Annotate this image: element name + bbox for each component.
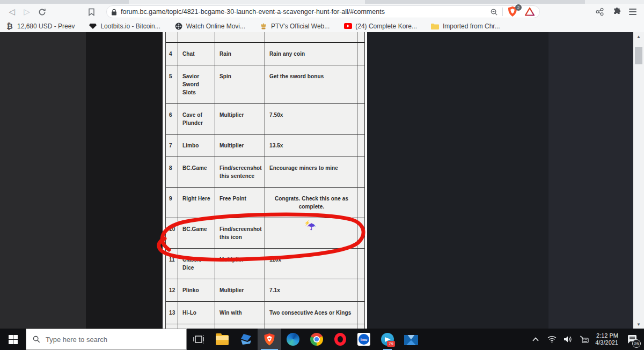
table-row: 6Cave of PlunderMultiplier7.50x <box>166 104 364 135</box>
table-row: 13Hi-LoWin withTwo consecutive Aces or K… <box>166 302 364 324</box>
youtube-icon <box>343 22 352 31</box>
cell-num: 9 <box>166 188 178 218</box>
tab-strip-controls[interactable] <box>585 0 644 4</box>
scroll-up-arrow[interactable]: ▲ <box>633 32 644 41</box>
imo-app-button[interactable]: imo <box>352 329 376 350</box>
cell-name: Cave of Plunder <box>178 104 215 134</box>
cell-desc: Rain any coin <box>265 43 357 65</box>
table-row-highlighted: 9Right HereFree PointCongrats. Check thi… <box>166 188 364 218</box>
cell-desc: Two consecutive Aces or Kings <box>265 302 357 324</box>
telegram-unread-badge: 79 <box>387 341 395 347</box>
scrollbar-thumb[interactable] <box>635 47 642 64</box>
windows-taskbar: Type here to search imo 79 <box>0 329 644 350</box>
tab-strip <box>0 0 644 4</box>
tray-clock[interactable]: 2:12 PM 4/3/2021 <box>595 332 618 346</box>
wifi-icon[interactable] <box>547 334 557 344</box>
cell-name: Chat <box>178 43 215 65</box>
cell-desc: Congrats. Check this one as complete. <box>265 188 357 218</box>
cell-num: 12 <box>166 279 178 301</box>
scavenger-hunt-table: 4ChatRainRain any coin5Savior Sword Slot… <box>165 32 365 334</box>
forward-button[interactable]: ▷ <box>19 5 34 19</box>
bookmark-icon[interactable] <box>84 5 99 19</box>
volume-icon[interactable] <box>563 334 573 344</box>
edge-browser-button[interactable] <box>281 329 305 350</box>
cell-name: BC.Game <box>178 218 215 248</box>
tray-expand-chevron-icon[interactable] <box>531 334 540 344</box>
cell-action: Multiplier <box>215 135 265 157</box>
cell-extra <box>357 135 363 157</box>
page-background-right <box>548 32 633 329</box>
telegram-icon: 79 <box>381 333 394 346</box>
action-center-button[interactable]: 25 <box>625 332 639 346</box>
refresh-button[interactable] <box>34 5 49 19</box>
table-row: 7LimboMultiplier13.5x <box>166 135 364 157</box>
back-button[interactable]: ◁ <box>4 5 19 19</box>
browser-window: ◁ ▷ forum.bc.game/topic/4821-bcgame-30-l… <box>0 0 644 32</box>
cell-extra <box>357 104 363 134</box>
cell-name: Hi-Lo <box>178 302 215 324</box>
bookmarks-bar: ₿ 12,680 USD - Preev Lootbits.io - Bitco… <box>0 20 644 32</box>
lock-icon[interactable] <box>111 9 117 16</box>
blue-app-button[interactable] <box>234 329 258 350</box>
clock-time: 2:12 PM <box>595 332 618 339</box>
brave-icon <box>264 333 275 346</box>
mail-icon <box>404 335 418 345</box>
bookmark-item[interactable]: ₿ 12,680 USD - Preev <box>5 22 75 31</box>
page-content: 4ChatRainRain any coin5Savior Sword Slot… <box>0 32 644 329</box>
chrome-browser-button[interactable] <box>305 329 328 350</box>
start-button[interactable] <box>0 329 26 350</box>
scroll-down-arrow[interactable]: ▼ <box>633 320 644 329</box>
edge-icon <box>287 333 299 346</box>
divider <box>502 8 503 16</box>
bookmark-item[interactable]: Imported from Chr... <box>431 22 500 31</box>
cell-extra <box>357 279 363 301</box>
bookmark-item[interactable]: (24) Complete Kore... <box>343 22 417 31</box>
page-background-gutter <box>86 32 163 329</box>
bitcoin-icon: ₿ <box>5 22 14 31</box>
bookmark-item[interactable]: Lootbits.io - Bitcoin... <box>89 22 160 31</box>
cell-desc: ⚡☂ <box>265 218 357 248</box>
task-view-button[interactable] <box>187 329 210 350</box>
opera-browser-button[interactable] <box>328 329 352 350</box>
cell-name: Classic Dice <box>178 249 215 279</box>
blue-app-icon <box>239 333 252 345</box>
folder-icon <box>431 22 440 31</box>
extensions-puzzle-icon[interactable] <box>612 8 621 17</box>
gold-crest-icon <box>259 22 268 31</box>
file-explorer-icon <box>216 335 229 345</box>
windows-logo-icon <box>9 335 18 344</box>
address-bar[interactable]: forum.bc.game/topic/4821-bcgame-30-launc… <box>106 5 540 18</box>
toolbar-right-cluster <box>595 8 636 17</box>
page-scrollbar[interactable]: ▲ ▼ <box>633 32 644 329</box>
bookmark-item[interactable]: Watch Online Movi... <box>174 22 245 31</box>
browser-tab[interactable] <box>129 0 365 4</box>
cell-num: 4 <box>166 43 178 65</box>
table-row-partial <box>166 32 364 43</box>
taskbar-search-box[interactable]: Type here to search <box>26 329 187 350</box>
clock-date: 4/3/2021 <box>595 339 618 346</box>
cell-extra <box>357 302 363 324</box>
cell-extra <box>357 218 363 248</box>
search-icon <box>33 336 40 343</box>
cell-desc: Get the sword bonus <box>265 65 357 103</box>
bat-rewards-icon[interactable] <box>524 7 535 17</box>
cell-action: Multiplier <box>215 279 265 301</box>
zoom-indicator-icon[interactable] <box>490 8 498 16</box>
brave-shield-icon[interactable]: 2 <box>507 6 519 18</box>
cell-action: Find/screenshot this sentence <box>215 157 265 187</box>
telegram-app-button[interactable]: 79 <box>376 329 399 350</box>
cell-action: Spin <box>215 65 265 103</box>
cell-extra <box>357 65 363 103</box>
share-icon[interactable] <box>595 8 605 16</box>
cell-name: Limbo <box>178 135 215 157</box>
ime-keyboard-icon[interactable] <box>579 334 589 344</box>
mail-app-button[interactable] <box>399 329 423 350</box>
cell-name: Plinko <box>178 279 215 301</box>
bookmark-item[interactable]: PTV's Official Web... <box>259 22 330 31</box>
brave-browser-button[interactable] <box>258 329 281 350</box>
file-explorer-button[interactable] <box>210 329 234 350</box>
imo-icon: imo <box>357 333 370 346</box>
cell-action: Rain <box>215 43 265 65</box>
menu-hamburger-icon[interactable] <box>629 9 636 15</box>
url-text[interactable]: forum.bc.game/topic/4821-bcgame-30-launc… <box>121 8 490 16</box>
